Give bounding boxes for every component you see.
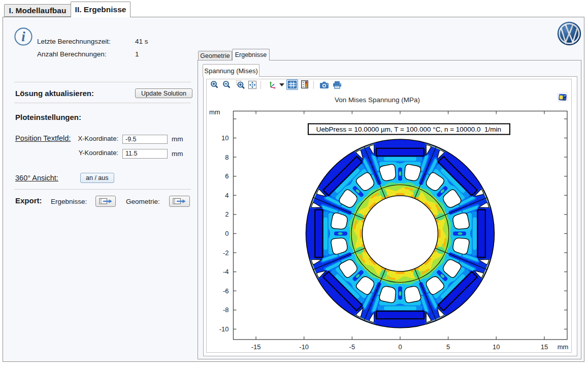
svg-text:0: 0 — [398, 343, 402, 351]
svg-text:6: 6 — [225, 172, 228, 180]
svg-text:-5: -5 — [349, 343, 355, 351]
svg-text:-15: -15 — [251, 343, 261, 351]
svg-text:i: i — [21, 29, 25, 44]
svg-text:10: 10 — [221, 134, 228, 142]
svg-text:0: 0 — [225, 230, 228, 237]
svg-text:15: 15 — [541, 343, 548, 351]
svg-text:UebPress = 10.0000 µm, T = 100: UebPress = 10.0000 µm, T = 100.000 °C, n… — [316, 126, 501, 133]
svg-text:2: 2 — [225, 210, 228, 218]
svg-text:5: 5 — [446, 343, 450, 351]
svg-text:10: 10 — [493, 343, 500, 351]
svg-text:8: 8 — [225, 154, 228, 161]
svg-text:-2: -2 — [223, 249, 229, 257]
svg-text:mm: mm — [558, 343, 569, 351]
svg-text:Von Mises Spannung (MPa): Von Mises Spannung (MPa) — [335, 96, 420, 104]
svg-text:-4: -4 — [223, 268, 229, 275]
svg-text:-10: -10 — [219, 325, 229, 333]
svg-text:mm: mm — [209, 108, 220, 116]
svg-text:-8: -8 — [223, 306, 229, 314]
svg-text:4: 4 — [225, 192, 228, 199]
svg-text:-6: -6 — [223, 287, 229, 295]
svg-text:-10: -10 — [299, 343, 309, 351]
